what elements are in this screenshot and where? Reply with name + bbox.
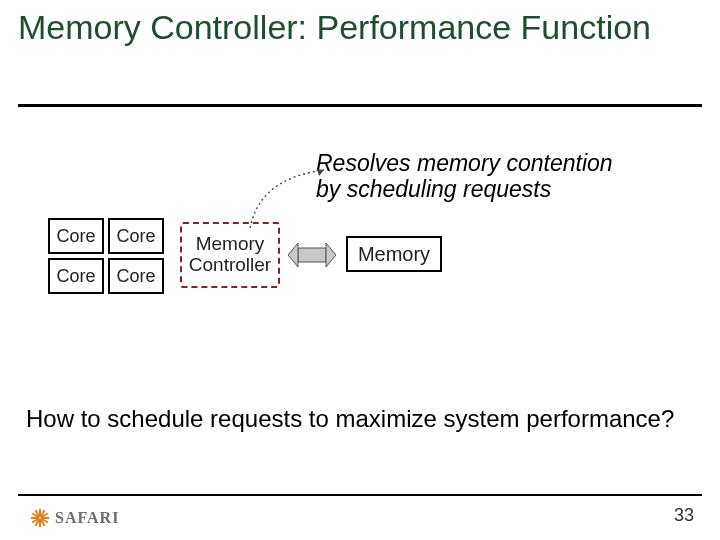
caption-line-2: by scheduling requests [316, 176, 613, 202]
memory-label: Memory [358, 243, 430, 266]
memory-box: Memory [346, 236, 442, 272]
svg-marker-3 [326, 243, 336, 267]
diagram: Core Core Core Core Memory Controller Me… [48, 216, 528, 306]
slide: Memory Controller: Performance Function … [0, 0, 720, 540]
brand-name: SAFARI [55, 509, 119, 527]
core-box: Core [48, 258, 104, 294]
footer-divider [18, 494, 702, 496]
question-text: How to schedule requests to maximize sys… [26, 405, 674, 433]
svg-rect-1 [298, 248, 326, 262]
svg-marker-2 [288, 243, 298, 267]
memory-controller-label: Memory Controller [186, 234, 274, 276]
bidirectional-arrow-icon [288, 240, 336, 270]
title-divider [18, 104, 702, 107]
svg-marker-0 [317, 169, 324, 176]
page-number: 33 [674, 505, 694, 526]
sun-icon [30, 508, 50, 528]
page-title: Memory Controller: Performance Function [18, 8, 702, 46]
core-box: Core [108, 258, 164, 294]
memory-controller-box: Memory Controller [180, 222, 280, 288]
brand-logo: SAFARI [30, 508, 119, 528]
caption-line-1: Resolves memory contention [316, 150, 613, 176]
core-box: Core [108, 218, 164, 254]
core-box: Core [48, 218, 104, 254]
core-grid: Core Core Core Core [48, 218, 164, 294]
caption: Resolves memory contention by scheduling… [316, 150, 613, 203]
